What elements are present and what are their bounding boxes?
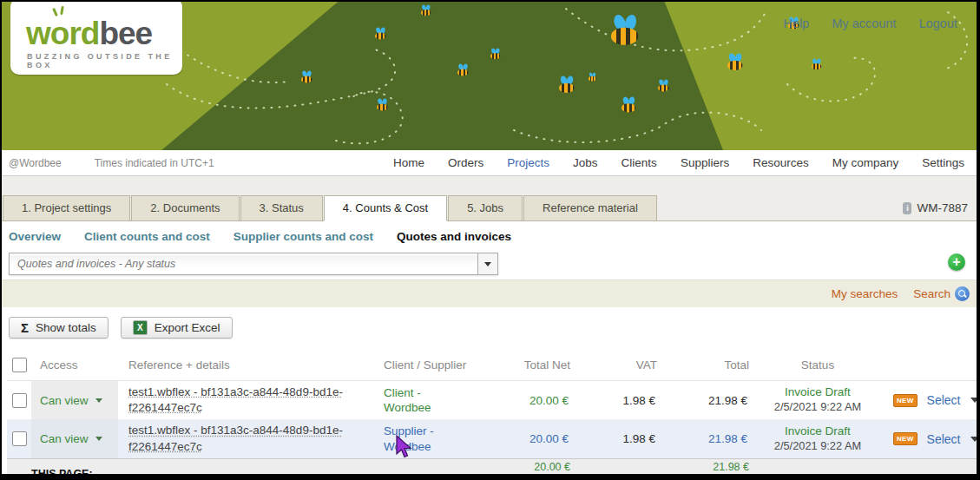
status-badge: Invoice Draft [785,424,851,437]
bee-icon [559,76,575,94]
col-reference[interactable]: Reference + details [118,351,384,381]
nav-orders[interactable]: Orders [448,156,483,169]
nav-home[interactable]: Home [393,156,424,169]
project-tabs-zone: 1. Project settings 2. Documents 3. Stat… [2,176,977,221]
subtab-client-counts[interactable]: Client counts and cost [84,230,210,243]
timezone-note: Times indicated in UTC+1 [95,157,214,169]
tab-project-settings[interactable]: 1. Project settings [3,195,130,221]
total-net-client-sum: 20.00 € [534,461,570,474]
invoices-content: Σ Show totals Export Excel Access Refere… [2,307,977,474]
total-cell: 21.98 € [657,381,749,419]
my-searches-link[interactable]: My searches [832,287,898,300]
client-link[interactable]: Client - Wordbee [384,385,488,416]
status-filter-dropdown[interactable]: Quotes and invoices - Any status [9,253,498,275]
chevron-down-icon [484,262,491,266]
counts-subtabs: Overview Client counts and cost Supplier… [2,221,977,251]
footer-spacer [384,458,488,474]
col-total[interactable]: Total [657,351,749,381]
export-excel-label: Export Excel [155,321,220,334]
total-net-cell: 20.00 € [488,419,570,457]
bee-icon [421,5,431,16]
access-dropdown[interactable]: Can view [31,394,102,407]
screenshot-frame: wordbee BUZZING OUTSIDE THE BOX Help My … [0,0,980,480]
select-all-checkbox[interactable] [12,358,27,372]
row-checkbox[interactable] [12,431,27,446]
header-checkbox-cell [7,351,31,381]
select-menu[interactable]: Select [927,432,961,446]
col-vat[interactable]: VAT [570,351,657,381]
invoice-reference-link[interactable]: test1.wbflex - bf131a3c-a844-48d9-bd1e-f… [128,423,384,454]
actions-cell: NEW Select [886,381,977,419]
tab-status[interactable]: 3. Status [240,195,323,221]
subtab-overview[interactable]: Overview [9,230,61,243]
vat-value: 1.98 € [622,394,657,407]
access-label: Can view [40,394,89,407]
tab-jobs[interactable]: 5. Jobs [448,195,523,221]
col-access[interactable]: Access [31,351,118,381]
show-totals-button[interactable]: Σ Show totals [9,317,109,339]
nav-clients[interactable]: Clients [622,156,657,169]
nav-jobs[interactable]: Jobs [573,156,598,169]
nav-resources[interactable]: Resources [753,156,809,169]
bee-icon [622,97,636,113]
search-row: My searches Search [2,279,977,307]
nav-my-company[interactable]: My company [832,156,899,169]
supplier-link[interactable]: Supplier - Wordbee [384,424,488,454]
row-checkbox[interactable] [12,393,27,408]
logo-text: wordbee [26,17,152,49]
export-excel-button[interactable]: Export Excel [121,317,233,339]
search-link[interactable]: Search [913,286,970,301]
nav-settings[interactable]: Settings [922,156,964,169]
footer-spacer [886,458,977,474]
subtab-supplier-counts[interactable]: Supplier counts and cost [233,230,373,243]
copyright-label: @Wordbee [9,157,62,169]
footer-spacer [570,458,657,474]
access-dropdown[interactable]: Can view [31,432,102,445]
info-icon[interactable]: i [903,202,911,214]
antenna-icon [60,6,64,15]
main-nav: Home Orders Projects Jobs Clients Suppli… [393,156,964,169]
chevron-down-icon [95,398,102,403]
status-filter-value: Quotes and invoices - Any status [10,253,477,274]
project-id: i WM-7887 [903,201,968,220]
search-label: Search [913,287,950,300]
top-navigation-bar: @Wordbee Times indicated in UTC+1 Home O… [2,150,977,176]
subtab-quotes-invoices[interactable]: Quotes and invoices [397,230,511,243]
help-link[interactable]: Help [784,16,810,30]
select-menu[interactable]: Select [927,393,961,407]
chevron-down-icon[interactable] [970,398,977,403]
col-status[interactable]: Status [749,351,886,381]
add-invoice-button[interactable]: + [948,253,965,271]
party-cell: Client - Wordbee [384,381,488,419]
new-badge: NEW [893,432,918,445]
access-label: Can view [40,432,89,445]
tab-counts-cost[interactable]: 4. Counts & Cost [324,195,447,221]
tab-documents[interactable]: 2. Documents [131,195,239,221]
total-value: 21.98 € [708,394,749,407]
account-links: Help My account Logout [765,16,957,30]
actions-cell: NEW Select [886,419,977,457]
my-account-link[interactable]: My account [832,16,896,30]
nav-projects[interactable]: Projects [507,156,549,169]
reference-cell: test1.wbflex - bf131a3c-a844-48d9-bd1e-f… [118,419,384,457]
nav-suppliers[interactable]: Suppliers [681,156,729,169]
tab-reference-material[interactable]: Reference material [523,195,657,221]
col-client-supplier[interactable]: Client / Supplier [384,351,488,381]
logo-tagline: BUZZING OUTSIDE THE BOX [27,52,182,69]
wordbee-app: wordbee BUZZING OUTSIDE THE BOX Help My … [2,2,977,474]
status-filter-arrow-button[interactable] [477,253,497,274]
bee-icon [658,80,669,92]
footer-spacer [7,458,31,474]
chevron-down-icon[interactable] [970,437,977,442]
this-page-label: THIS PAGE: [31,458,384,474]
total-value: 21.98 € [708,432,749,445]
access-cell: Can view [31,381,118,419]
footer-total-net: 20.00 € 20.00 € [488,458,570,474]
wordbee-logo[interactable]: wordbee BUZZING OUTSIDE THE BOX [10,2,182,75]
search-icon[interactable] [955,286,970,301]
logout-link[interactable]: Logout [919,16,957,30]
col-total-net[interactable]: Total Net [488,351,570,381]
row-checkbox-cell [7,419,31,457]
invoice-reference-link[interactable]: test1.wbflex - bf131a3c-a844-48d9-bd1e-f… [128,385,384,416]
bee-icon [490,49,501,60]
